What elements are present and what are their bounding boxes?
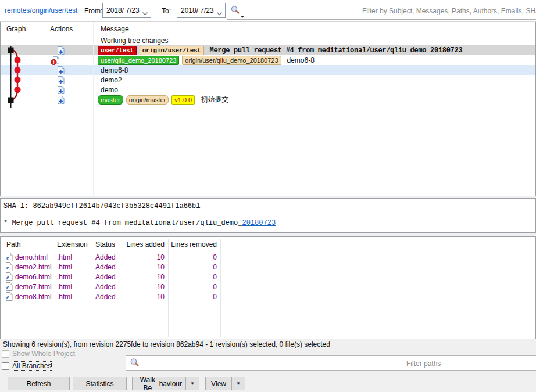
- filter-paths-placeholder: Filter paths: [406, 359, 441, 368]
- file-row[interactable]: e demo7.html .html Added 10 0: [1, 282, 535, 292]
- commit-row[interactable]: masterorigin/masterv1.0.0初始提交: [1, 95, 535, 105]
- commit-list-panel: Graph Actions Message Working tree chang…: [0, 22, 536, 196]
- message-cell: demo2: [94, 76, 535, 84]
- actions-cell: [44, 36, 94, 45]
- commit-row[interactable]: Working tree changes: [1, 36, 535, 45]
- status-bar-text: Showing 6 revision(s), from revision 227…: [3, 340, 330, 348]
- file-lines-added: 10: [120, 293, 168, 301]
- commit-node[interactable]: [15, 87, 20, 92]
- commit-node-selected[interactable]: [8, 48, 14, 53]
- file-extension: .html: [52, 283, 91, 291]
- walk-behaviour-button[interactable]: Walk Behaviour▼: [132, 377, 199, 390]
- file-lines-removed: 0: [168, 253, 220, 261]
- column-separator[interactable]: [120, 239, 120, 337]
- message-cell: demo: [94, 86, 535, 94]
- commit-row[interactable]: demo: [1, 85, 535, 95]
- html-file-icon: e: [5, 272, 13, 281]
- column-separator[interactable]: [168, 239, 169, 337]
- ref-badge[interactable]: user/qliu_demo_20180723: [98, 56, 179, 65]
- commit-node[interactable]: [15, 67, 20, 73]
- create-patch-icon[interactable]: [56, 46, 65, 55]
- checkbox-box[interactable]: [2, 362, 9, 370]
- file-row[interactable]: e demo8.html .html Added 10 0: [1, 292, 535, 301]
- commit-node-master[interactable]: [8, 98, 14, 103]
- commit-list-header: Graph Actions Message: [1, 22, 535, 36]
- create-patch-icon[interactable]: [56, 95, 65, 105]
- column-separator[interactable]: [93, 22, 94, 196]
- file-lines-added: 10: [120, 273, 168, 281]
- column-header-status[interactable]: Status: [91, 237, 120, 252]
- column-header-lines-added[interactable]: Lines added: [120, 237, 168, 252]
- html-file-icon: e: [5, 282, 13, 291]
- dropdown-arrow-icon[interactable]: ▼: [231, 377, 245, 390]
- ref-badge[interactable]: origin/master: [126, 95, 169, 105]
- ref-badge[interactable]: master: [98, 95, 123, 105]
- column-header-lines-removed[interactable]: Lines removed: [168, 237, 220, 252]
- actions-cell: [44, 45, 94, 55]
- show-whole-project-checkbox[interactable]: Show Whole Project: [2, 350, 75, 358]
- search-icon-slot[interactable]: [230, 5, 241, 18]
- html-file-icon-slot: e: [5, 253, 13, 261]
- column-separator[interactable]: [52, 239, 52, 337]
- column-separator[interactable]: [91, 239, 91, 337]
- ref-badge[interactable]: origin/user/test: [140, 46, 204, 55]
- file-row[interactable]: e demo.html .html Added 10 0: [1, 252, 535, 262]
- revision-filter-input[interactable]: Filter by Subject, Messages, Paths, Auth…: [227, 2, 536, 20]
- column-separator[interactable]: [44, 22, 44, 196]
- commit-message: demo2: [101, 76, 122, 84]
- from-label: From:: [84, 7, 102, 15]
- file-status: Added: [91, 283, 120, 291]
- commit-node[interactable]: [15, 57, 20, 63]
- create-patch-icon[interactable]: [56, 66, 65, 75]
- column-header-message[interactable]: Message: [94, 22, 535, 36]
- create-patch-icon[interactable]: [56, 85, 65, 95]
- file-extension: .html: [52, 263, 91, 271]
- actions-cell: [44, 95, 94, 105]
- current-branch-link[interactable]: remotes/origin/user/test: [5, 6, 77, 15]
- bottom-panel: Show Whole Project All Branches Filter p…: [0, 348, 536, 392]
- file-status: Added: [91, 273, 120, 281]
- statistics-button[interactable]: Statistics▼: [73, 377, 127, 390]
- checkbox-box[interactable]: [2, 350, 9, 358]
- search-options-caret[interactable]: [241, 16, 244, 18]
- search-icon: [230, 5, 241, 16]
- ref-badge[interactable]: v1.0.0: [171, 95, 195, 105]
- view-button[interactable]: View▼: [205, 377, 245, 390]
- message-cell: masterorigin/masterv1.0.0初始提交: [94, 95, 535, 105]
- dropdown-arrow-icon[interactable]: ▼: [185, 377, 199, 390]
- file-name: demo7.html: [15, 283, 52, 291]
- file-row[interactable]: e demo2.html .html Added 10 0: [1, 262, 535, 272]
- file-lines-added: 10: [120, 283, 168, 291]
- commit-row[interactable]: user/qliu_demo_20180723origin/user/qliu_…: [1, 55, 535, 65]
- all-branches-checkbox[interactable]: All Branches: [2, 362, 51, 370]
- chevron-down-icon: [217, 12, 222, 16]
- ref-badge[interactable]: user/test: [98, 46, 137, 55]
- commit-row[interactable]: demo2: [1, 75, 535, 85]
- file-row[interactable]: e demo6.html .html Added 10 0: [1, 272, 535, 282]
- search-icon-slot: [129, 357, 141, 371]
- actions-cell: [44, 65, 94, 75]
- commit-row[interactable]: demo6-8: [1, 65, 535, 75]
- patch-alert-icon[interactable]: [51, 56, 60, 65]
- commit-details-panel: SHA-1: 862ab949cff2614b7043cf3b5328c4491…: [0, 198, 536, 233]
- column-separator[interactable]: [220, 239, 221, 337]
- message-cell: user/testorigin/user/testMerge pull requ…: [94, 46, 535, 55]
- svg-text:e: e: [6, 294, 9, 300]
- filter-paths-input[interactable]: Filter paths: [126, 355, 536, 371]
- revision-filter-placeholder: Filter by Subject, Messages, Paths, Auth…: [362, 7, 536, 15]
- chevron-down-icon: [142, 12, 148, 16]
- commit-row[interactable]: user/testorigin/user/testMerge pull requ…: [1, 45, 535, 55]
- to-date-combobox[interactable]: 2018/ 7/23: [177, 3, 226, 18]
- sha1-line: SHA-1: 862ab949cff2614b7043cf3b5328c4491…: [3, 202, 535, 210]
- refresh-button[interactable]: Refresh▼: [8, 377, 70, 390]
- create-patch-icon[interactable]: [56, 75, 65, 85]
- ref-badge[interactable]: origin/user/qliu_demo_20180723: [182, 56, 281, 65]
- column-header-graph[interactable]: Graph: [1, 22, 44, 36]
- column-header-actions[interactable]: Actions: [44, 22, 94, 36]
- from-date-combobox[interactable]: 2018/ 7/23: [102, 3, 151, 18]
- column-header-extension[interactable]: Extension: [52, 237, 91, 252]
- commit-summary-link[interactable]: 20180723: [242, 219, 276, 227]
- column-header-path[interactable]: Path: [1, 237, 52, 252]
- from-date-value: 2018/ 7/23: [106, 6, 140, 15]
- commit-node[interactable]: [15, 77, 20, 82]
